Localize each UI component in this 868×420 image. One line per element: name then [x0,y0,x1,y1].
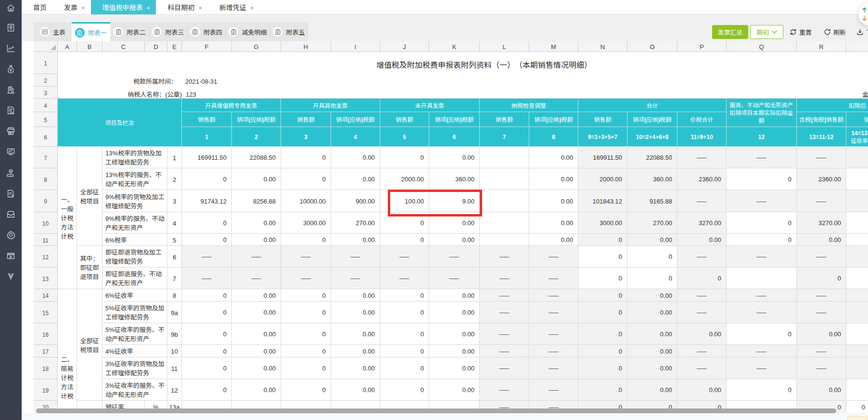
cell-H7[interactable]: 0 [281,147,331,168]
row-header-17[interactable]: 17 [34,345,58,357]
row-header-11[interactable]: 11 [34,234,58,246]
cell-I19[interactable]: 0.00 [331,379,380,401]
cell-S20[interactable]: 0 [846,401,868,413]
row-header-3[interactable]: 3 [34,87,58,99]
cell-Q13[interactable] [727,267,797,289]
sidebar-icon-dashboard[interactable] [6,147,16,157]
column-header-S[interactable] [846,41,868,52]
cell-Q11[interactable]: 0 [727,234,797,246]
top-tab-首页[interactable]: 首页 [22,0,52,14]
cell-H10[interactable]: 3000.00 [281,212,331,234]
cell-G15[interactable]: 0.00 [232,302,281,323]
cell-S8[interactable] [846,168,868,190]
column-header-P[interactable]: P [677,41,727,52]
sidebar-icon-invoice-printer[interactable] [6,126,16,136]
cell-M8[interactable]: 0.00 [529,168,578,190]
cell-J7[interactable]: 0 [380,147,429,168]
column-header-J[interactable]: J [380,41,429,52]
cell-K14[interactable]: 0.00 [429,289,480,302]
column-header-N[interactable]: N [578,41,627,52]
cell-H19[interactable]: 0 [281,379,331,401]
cell-Q16[interactable]: 0 [727,323,797,345]
row-header-16[interactable]: 16 [34,323,58,345]
sidebar-icon-statistics[interactable] [6,43,16,53]
column-header-E[interactable]: E [167,41,182,52]
cell-O12[interactable]: 0 [627,246,677,267]
cell-S11[interactable] [846,234,868,246]
cell-L8[interactable] [480,168,529,190]
column-header-B[interactable]: B [77,41,102,52]
cell-S10[interactable] [846,212,868,234]
cell-G11[interactable]: 0.00 [232,234,281,246]
cell-H16[interactable]: 0 [281,323,331,345]
column-header-O[interactable]: O [627,41,677,52]
cell-K18[interactable]: 0.00 [429,357,480,379]
sidebar-icon-home[interactable] [6,3,16,13]
row-header-5[interactable]: 5 [34,112,58,127]
column-header-A[interactable]: A [58,41,77,52]
row-header-12[interactable]: 12 [34,246,58,267]
sidebar-icon-video-tutorial[interactable] [6,251,16,261]
cell-K19[interactable]: 0.00 [429,379,480,401]
sidebar-icon-report-audit[interactable] [6,105,16,115]
row-header-10[interactable]: 10 [34,212,58,234]
cell-I11[interactable]: 0.00 [331,234,380,246]
cell-F18[interactable]: 0 [182,357,232,379]
cell-M11[interactable]: 0.00 [529,234,578,246]
horizontal-scrollbar[interactable] [36,408,836,413]
cell-S19[interactable] [846,379,868,401]
cell-J17[interactable]: 0 [380,345,429,357]
cell-F15[interactable]: 0 [182,302,232,323]
cell-Q19[interactable]: 0 [727,379,797,401]
row-header-14[interactable]: 14 [34,289,58,302]
cell-N13[interactable]: 0 [578,267,627,289]
scroll-to-top-icon[interactable] [861,7,868,13]
sidebar-icon-v-logo[interactable] [6,271,16,281]
sidebar-icon-money-bag[interactable] [6,64,16,74]
row-header-13[interactable]: 13 [34,267,58,289]
close-icon[interactable]: × [198,4,202,11]
cell-J14[interactable]: 0 [380,289,429,302]
cell-L11[interactable] [480,234,529,246]
cell-H17[interactable]: 0 [281,345,331,357]
cell-F19[interactable]: 0 [182,379,232,401]
sidebar-icon-doc-export[interactable] [6,189,16,199]
cell-I17[interactable]: 0.00 [331,345,380,357]
row-header-9[interactable]: 9 [34,190,58,212]
cell-I15[interactable]: 0.00 [331,302,380,323]
row-header-19[interactable]: 19 [34,379,58,401]
cell-K8[interactable]: 360.00 [429,168,480,190]
row-header-4[interactable]: 4 [34,99,58,112]
cell-S13[interactable] [846,267,868,289]
cell-O13[interactable]: 0 [627,267,677,289]
cell-M9[interactable]: 0.00 [529,190,578,212]
cell-G16[interactable]: 0.00 [232,323,281,345]
cell-G8[interactable]: 0.00 [232,168,281,190]
corner-widget[interactable] [847,416,868,420]
sidebar-icon-archive[interactable] [6,209,16,219]
cell-F17[interactable]: 0 [182,345,232,357]
scroll-to-bottom-icon[interactable] [861,15,868,22]
cell-K11[interactable]: 0.00 [429,234,480,246]
cell-H18[interactable]: 0 [281,357,331,379]
cell-F7[interactable]: 169911.50 [182,147,232,168]
cell-H15[interactable]: 0 [281,302,331,323]
top-tab-发票[interactable]: 发票× [52,0,91,14]
cell-J8[interactable]: 2000.00 [380,168,429,190]
cell-N12[interactable]: 0 [578,246,627,267]
cell-I8[interactable]: 0.00 [331,168,380,190]
cell-G9[interactable]: 8256.88 [232,190,281,212]
cell-I18[interactable]: 0.00 [331,357,380,379]
cell-F14[interactable]: 0 [182,289,232,302]
column-header-H[interactable]: H [281,41,331,52]
cell-F8[interactable]: 0 [182,168,232,190]
cell-J15[interactable]: 0 [380,302,429,323]
cell-H9[interactable]: 10000.00 [281,190,331,212]
sidebar-icon-settings[interactable] [6,230,16,240]
cell-J16[interactable]: 0 [380,323,429,345]
cell-L10[interactable] [480,212,529,234]
cell-J18[interactable]: 0 [380,357,429,379]
cell-G19[interactable]: 0.00 [232,379,281,401]
row-header-15[interactable]: 15 [34,302,58,323]
cell-S16[interactable] [846,323,868,345]
